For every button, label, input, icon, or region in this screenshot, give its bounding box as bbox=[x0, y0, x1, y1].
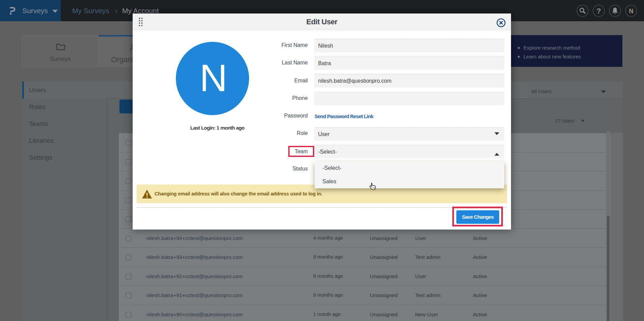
svg-text:N: N bbox=[629, 8, 634, 15]
svg-text:?: ? bbox=[596, 7, 601, 15]
